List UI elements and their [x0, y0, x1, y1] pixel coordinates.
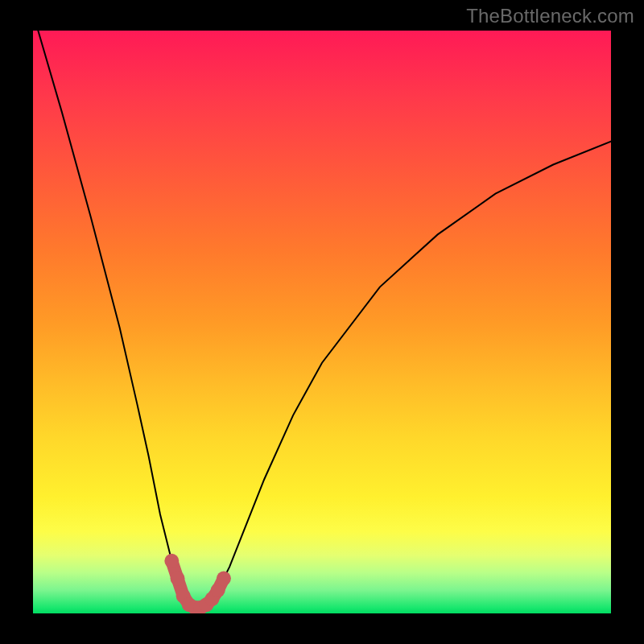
valley-dot	[217, 572, 231, 586]
watermark-text: TheBottleneck.com	[466, 5, 634, 27]
chart-svg	[33, 31, 611, 613]
plot-area	[33, 31, 611, 613]
valley-dot	[171, 572, 185, 586]
main-curve-path	[33, 31, 611, 608]
valley-dot	[164, 554, 179, 568]
chart-frame: TheBottleneck.com	[0, 0, 644, 644]
valley-dots	[164, 554, 231, 613]
curve-line	[33, 31, 611, 608]
